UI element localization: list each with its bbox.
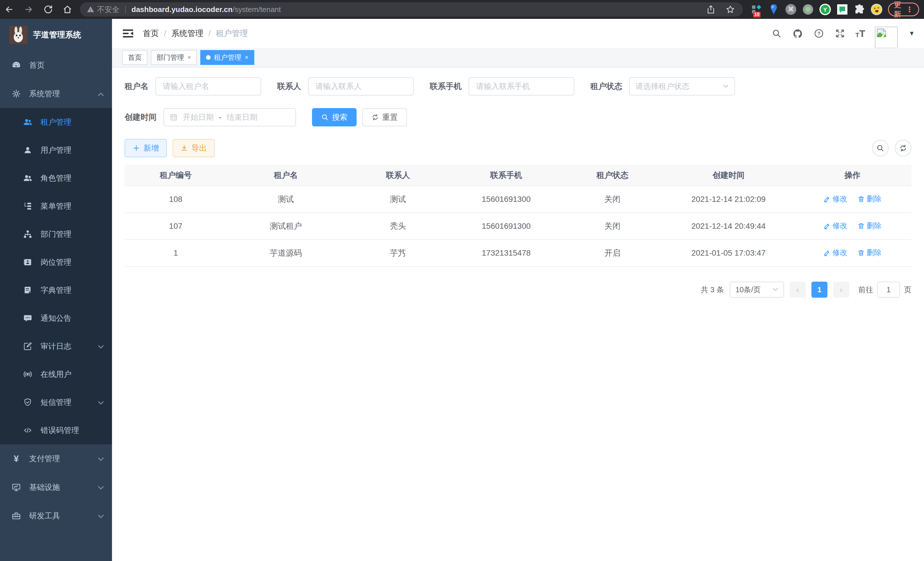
contact-input[interactable] <box>308 77 414 96</box>
delete-label: 删除 <box>867 221 881 231</box>
close-icon[interactable]: × <box>188 54 191 61</box>
cell-contact: 秃头 <box>345 213 451 240</box>
sidebar-item-notice[interactable]: 通知公告 <box>0 304 112 332</box>
caret-down-icon[interactable]: ▼ <box>909 30 915 37</box>
github-icon[interactable] <box>792 28 803 39</box>
date-range-picker[interactable]: 开始日期 - 结束日期 <box>164 108 296 126</box>
sidebar-item-payment[interactable]: ¥ 支付管理 <box>0 444 112 473</box>
help-icon[interactable]: ? <box>813 28 825 39</box>
export-button[interactable]: 导出 <box>172 139 215 157</box>
avatar[interactable] <box>875 27 898 48</box>
sidebar-item-error-code[interactable]: 错误码管理 <box>0 416 112 444</box>
page-unit-label: 页 <box>904 285 911 295</box>
app-logo-row[interactable]: 芋道管理系统 <box>0 19 112 51</box>
extension-chat-icon[interactable] <box>837 4 848 15</box>
download-icon <box>181 144 188 152</box>
tag-tenant[interactable]: 租户管理× <box>200 50 254 65</box>
sidebar-item-dept[interactable]: 部门管理 <box>0 220 112 248</box>
extension-command-icon[interactable]: ⌘ <box>785 4 796 15</box>
cell-status: 关闭 <box>561 186 663 213</box>
extension-record-icon[interactable] <box>802 4 814 15</box>
extension-pin-icon[interactable] <box>768 4 779 15</box>
sidebar-item-post[interactable]: 岗位管理 <box>0 248 112 276</box>
sidebar-item-infrastructure[interactable]: 基础设施 <box>0 473 112 502</box>
delete-link[interactable]: 删除 <box>857 221 881 231</box>
browser-menu-icon[interactable]: ⋮ <box>906 5 913 14</box>
sidebar-item-tenant[interactable]: 租户管理 <box>0 108 112 136</box>
page-size-select[interactable]: 10条/页 <box>730 282 784 298</box>
font-size-icon[interactable]: TT <box>855 29 865 38</box>
search-icon[interactable] <box>771 28 782 39</box>
tag-label: 租户管理 <box>214 53 242 62</box>
edit-link[interactable]: 修改 <box>824 221 848 231</box>
page-number-1[interactable]: 1 <box>812 282 827 298</box>
reset-button[interactable]: 重置 <box>362 108 407 126</box>
profile-avatar-icon[interactable] <box>871 4 882 15</box>
sidebar-collapse-icon[interactable] <box>122 28 134 39</box>
tag-dept[interactable]: 部门管理× <box>151 50 197 65</box>
chevron-down-icon <box>98 511 104 520</box>
share-icon[interactable] <box>705 4 717 15</box>
sidebar-item-user[interactable]: 用户管理 <box>0 136 112 164</box>
fullscreen-icon[interactable] <box>834 28 846 39</box>
sidebar-item-label: 基础设施 <box>29 482 60 492</box>
sidebar-item-menu[interactable]: 菜单管理 <box>0 192 112 220</box>
delete-label: 删除 <box>867 194 881 204</box>
browser-update-button[interactable]: 更新 ⋮ <box>888 3 919 16</box>
audit-log-icon <box>23 341 33 351</box>
cell-contact: 芋艿 <box>345 240 451 266</box>
sidebar: 芋道管理系统 首页 系统管理 租户管理 用户管理 角色管理 菜单管理 <box>0 19 112 561</box>
close-icon[interactable]: × <box>245 54 249 61</box>
monitor-icon <box>11 482 21 492</box>
back-icon[interactable] <box>3 4 15 15</box>
breadcrumb-home[interactable]: 首页 <box>143 28 159 39</box>
cell-mobile: 15601691300 <box>451 213 561 240</box>
tree-icon <box>23 201 33 211</box>
bookmark-star-icon[interactable] <box>724 4 736 15</box>
sidebar-item-label: 短信管理 <box>40 397 71 408</box>
sidebar-item-system[interactable]: 系统管理 <box>0 80 112 108</box>
extensions-puzzle-icon[interactable] <box>854 4 865 15</box>
column-header: 创建时间 <box>663 165 793 186</box>
gear-icon <box>11 89 21 99</box>
tag-home[interactable]: 首页 <box>122 50 147 65</box>
reload-icon[interactable] <box>42 4 54 15</box>
column-header: 联系手机 <box>451 165 561 186</box>
delete-link[interactable]: 删除 <box>857 248 881 258</box>
add-button[interactable]: 新增 <box>124 139 167 157</box>
refresh-table-button[interactable] <box>895 140 911 156</box>
goto-page-input[interactable] <box>877 282 900 298</box>
next-page-button[interactable]: › <box>833 282 849 298</box>
status-label: 租户状态 <box>590 81 622 92</box>
extension-y-icon[interactable]: Y <box>819 4 831 15</box>
top-navbar: 首页 / 系统管理 / 租户管理 ? TT ▼ <box>112 19 924 48</box>
edit-link[interactable]: 修改 <box>824 248 848 258</box>
sidebar-item-sms[interactable]: 短信管理 <box>0 388 112 416</box>
edit-link[interactable]: 修改 <box>824 194 848 204</box>
delete-link[interactable]: 删除 <box>857 194 881 204</box>
user-icon <box>23 145 33 155</box>
sidebar-item-role[interactable]: 角色管理 <box>0 164 112 192</box>
badge-icon <box>23 257 33 267</box>
breadcrumb-parent[interactable]: 系统管理 <box>171 28 203 39</box>
sidebar-item-dev-tools[interactable]: 研发工具 <box>0 502 112 530</box>
forward-icon[interactable] <box>23 4 34 15</box>
prev-page-button[interactable]: ‹ <box>790 282 806 298</box>
security-warning[interactable]: 不安全 <box>87 5 119 15</box>
sidebar-item-dict[interactable]: 字典管理 <box>0 276 112 304</box>
address-bar[interactable]: 不安全 dashboard.yudao.iocoder.cn/system/te… <box>80 2 743 17</box>
column-header: 租户名 <box>227 165 345 186</box>
search-button[interactable]: 搜索 <box>312 108 357 126</box>
status-select[interactable]: 请选择租户状态 <box>629 77 735 96</box>
tenant-name-input[interactable] <box>155 77 261 96</box>
toggle-search-button[interactable] <box>872 140 889 156</box>
sidebar-item-audit-log[interactable]: 审计日志 <box>0 332 112 360</box>
sidebar-item-label: 错误码管理 <box>40 425 79 435</box>
sidebar-item-online-users[interactable]: 在线用户 <box>0 360 112 388</box>
home-icon[interactable] <box>62 4 73 15</box>
mobile-input[interactable] <box>469 77 574 96</box>
sidebar-item-home[interactable]: 首页 <box>0 51 112 80</box>
code-icon <box>23 426 33 435</box>
extension-grid-icon[interactable]: 10 <box>751 4 762 15</box>
pagination: 共 3 条 10条/页 ‹ 1 › 前往 页 <box>124 282 911 298</box>
